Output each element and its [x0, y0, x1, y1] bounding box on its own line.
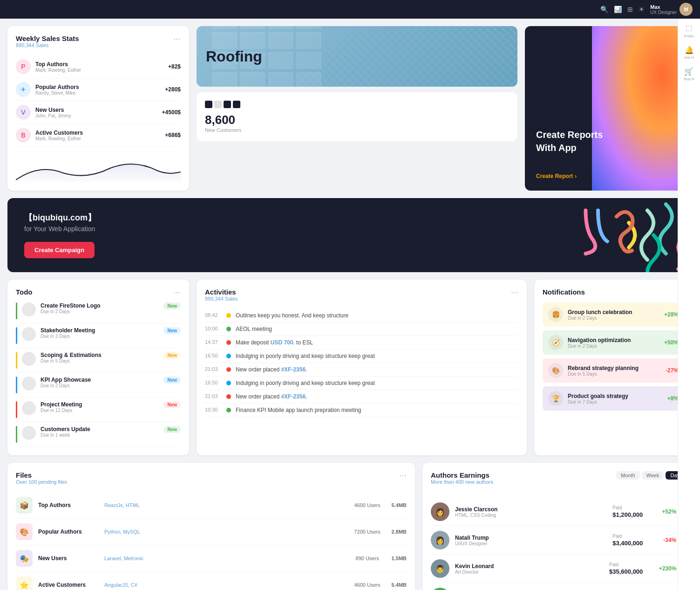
notif-value: +28% [664, 311, 679, 318]
author-row[interactable]: 👩 Jessie Clarcson HTML, CSS Coding Paid … [431, 498, 684, 526]
todo-item[interactable]: Customers Update Due in 1 week New [16, 422, 181, 447]
act-dot [226, 327, 231, 331]
todo-bar [16, 401, 17, 418]
notif-due: Due in 5 Days [568, 371, 661, 377]
user-name: Max [650, 4, 677, 10]
stat-row: P Top Authors Mark, Rowling, Esther +82$ [16, 55, 181, 78]
campaign-sub: for Your Web Application [24, 225, 676, 233]
new-customers-label: New Customers [205, 127, 509, 133]
todo-bar [16, 377, 17, 393]
todo-avatar [22, 426, 36, 440]
author-amount: $35,600,000 [609, 568, 643, 575]
todo-item[interactable]: Scoping & Estimations Due in 5 Days New [16, 348, 181, 373]
more-icon[interactable]: ⋯ [173, 34, 181, 43]
stat-people: Randy, Steve, Mike [35, 90, 165, 96]
todo-more-icon[interactable]: ⋯ [173, 288, 181, 297]
author-row[interactable]: 👨 Brad Simmons Successful Fellas Paid $2… [431, 583, 684, 590]
sidebar-mini-geth[interactable]: 🔔 Get H [684, 46, 694, 60]
notification-item[interactable]: 🍔 Group lunch celebration Due in 2 Days … [543, 302, 684, 327]
stat-info: Active Customers Mark, Rowling, Esther [35, 130, 165, 141]
svg-rect-12 [297, 52, 321, 68]
file-row[interactable]: 📦 Top Authors ReactJs, HTML 4600 Users 5… [16, 492, 407, 519]
act-dot [226, 354, 231, 358]
notif-info: Product goals strategy Due in 7 Days [568, 393, 663, 405]
author-paid-section: Paid $3,400,000 [612, 534, 643, 547]
todo-avatar [22, 327, 36, 341]
act-text: Indulging in poorly driving and keep str… [236, 353, 518, 359]
notif-icon: 🧭 [548, 335, 563, 350]
files-more-icon[interactable]: ⋯ [399, 471, 407, 480]
sidebar-mini-buyn[interactable]: 🛒 Buy N [684, 67, 694, 81]
act-time: 21:03 [205, 366, 222, 372]
create-report-link[interactable]: Create Report › [536, 173, 681, 179]
stat-icon: B [16, 128, 31, 143]
sun-icon[interactable]: ☀ [639, 6, 645, 13]
create-reports-title: Create Reports With App [536, 128, 681, 154]
notification-item[interactable]: 🏆 Product goals strategy Due in 7 Days +… [543, 386, 684, 411]
activity-item: 21:03 New order placed #XF-2356. [205, 363, 518, 377]
todo-card: Todo ⋯ Create FireStone Logo Due in 2 Da… [7, 280, 189, 455]
notif-due: Due in 7 Days [568, 399, 663, 405]
sidebar-mini-prebu[interactable]: ☐ Prebu [684, 24, 694, 38]
act-text: New order placed #XF-2356. [236, 393, 518, 400]
stat-icon: V [16, 105, 31, 120]
act-link[interactable]: #XF-2356. [281, 393, 307, 400]
author-paid-label: Paid [612, 534, 643, 539]
notification-item[interactable]: 🎨 Rebrand strategy planning Due in 5 Day… [543, 358, 684, 383]
period-week-btn[interactable]: Week [642, 471, 664, 480]
act-link[interactable]: #XF-2356. [281, 366, 307, 373]
file-row[interactable]: 🎨 Popular Authors Python, MySQL 7200 Use… [16, 519, 407, 545]
period-month-btn[interactable]: Month [616, 471, 640, 480]
todo-item[interactable]: Project Meeting Due in 12 Days New [16, 398, 181, 422]
file-users: 4600 Users [349, 502, 386, 508]
file-icon: 🎨 [16, 523, 33, 540]
user-profile[interactable]: Max UX Designer M [650, 3, 693, 16]
act-link[interactable]: USD 700. [271, 339, 295, 346]
act-dot [226, 367, 231, 372]
todo-item[interactable]: Stakeholder Meeting Due in 3 Days New [16, 323, 181, 348]
notif-title: Notifications [543, 288, 585, 296]
file-icon: 📦 [16, 497, 33, 514]
roofing-image: Roofing [197, 26, 517, 87]
activities-subtitle: 890,344 Sales [205, 296, 238, 302]
roofing-column: Roofing 8,600 New Customers [197, 26, 517, 191]
todo-item[interactable]: Create FireStone Logo Due in 2 Days New [16, 299, 181, 323]
svg-rect-1 [212, 26, 237, 28]
author-row[interactable]: 👨 Kevin Leonard Art Director Paid $35,60… [431, 555, 684, 583]
notif-info: Group lunch celebration Due in 2 Days [568, 309, 659, 321]
act-dot [226, 394, 231, 399]
todo-due: Due in 2 Days [41, 309, 159, 314]
notif-title: Navigation optimization [568, 337, 659, 343]
act-text: AEOL meeting [236, 326, 518, 332]
todo-due: Due in 5 Days [41, 358, 159, 364]
todo-bar [16, 352, 17, 369]
weekly-sales-subtitle: 890,344 Sales [16, 42, 79, 48]
notification-item[interactable]: 🧭 Navigation optimization Due in 2 Days … [543, 330, 684, 355]
author-row[interactable]: 👩 Natali Trump UI/UX Designer Paid $3,40… [431, 526, 684, 555]
svg-rect-15 [269, 72, 293, 87]
notif-icon: 🍔 [548, 307, 563, 322]
todo-info: Scoping & Estimations Due in 5 Days [41, 352, 159, 364]
notif-info: Rebrand strategy planning Due in 5 Days [568, 365, 661, 377]
todo-item[interactable]: KPI App Showcase Due in 2 Days New [16, 373, 181, 398]
author-avatar: 👩 [431, 502, 449, 521]
bar-icon[interactable]: 📊 [614, 6, 622, 13]
file-row[interactable]: ⭐ Active Customers AngularJS, C# 4600 Us… [16, 572, 407, 590]
author-rows: 👩 Jessie Clarcson HTML, CSS Coding Paid … [431, 498, 684, 590]
main-content: Weekly Sales Stats 890,344 Sales ⋯ P Top… [0, 19, 700, 590]
stat-value: +4500$ [162, 109, 181, 116]
create-campaign-button[interactable]: Create Campaign [24, 242, 95, 258]
files-card: Files Over 100 pending files ⋯ 📦 Top Aut… [7, 463, 415, 590]
new-customers-card: 8,600 New Customers [197, 92, 517, 141]
search-icon[interactable]: 🔍 [600, 6, 608, 13]
todo-avatar [22, 377, 36, 391]
activities-more-icon[interactable]: ⋯ [511, 288, 518, 297]
avatar[interactable]: M [680, 3, 693, 16]
todo-name: Customers Update [41, 426, 159, 432]
buyn-label: Buy N [684, 77, 694, 81]
file-row[interactable]: 🎭 New Users Laravel, Metronic 890 Users … [16, 545, 407, 572]
activity-item: 16:50 Indulging in poorly driving and ke… [205, 350, 518, 363]
author-info: Jessie Clarcson HTML, CSS Coding [455, 506, 607, 518]
prebu-icon: ☐ [686, 24, 692, 33]
grid-icon[interactable]: ⊞ [627, 6, 633, 13]
